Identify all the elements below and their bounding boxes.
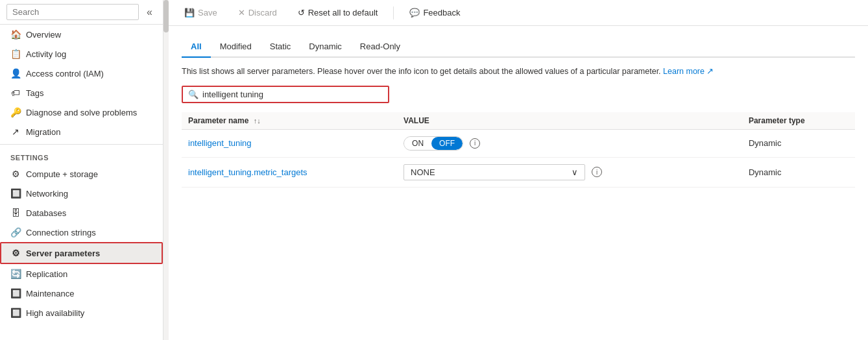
sidebar-item-label: Connection strings bbox=[26, 228, 96, 237]
sidebar-item-activity-log[interactable]: 📋 Activity log bbox=[0, 44, 163, 64]
sidebar-item-label: High availability bbox=[26, 308, 84, 318]
param-dropdown[interactable]: NONE ∨ bbox=[404, 164, 585, 180]
sort-icon[interactable]: ↑↓ bbox=[254, 117, 261, 125]
sidebar-item-networking[interactable]: 🔲 Networking bbox=[0, 184, 163, 203]
sidebar-item-label: Migration bbox=[26, 127, 60, 137]
sidebar-item-high-availability[interactable]: 🔲 High availability bbox=[0, 303, 163, 322]
chevron-down-icon: ∨ bbox=[572, 167, 578, 177]
compute-storage-icon: ⚙ bbox=[10, 169, 21, 179]
access-control-icon: 👤 bbox=[10, 68, 21, 79]
sidebar-nav-top: 🏠 Overview 📋 Activity log 👤 Access contr… bbox=[0, 25, 163, 141]
sidebar-item-server-parameters[interactable]: ⚙ Server parameters bbox=[0, 242, 163, 264]
tab-all[interactable]: All bbox=[182, 36, 211, 58]
diagnose-icon: 🔑 bbox=[10, 107, 21, 117]
tabs-container: All Modified Static Dynamic Read-Only bbox=[182, 36, 855, 58]
sidebar-item-label: Diagnose and solve problems bbox=[26, 108, 137, 117]
sidebar-nav-settings: ⚙ Compute + storage 🔲 Networking 🗄 Datab… bbox=[0, 164, 163, 322]
sidebar-item-label: Maintenance bbox=[26, 289, 74, 298]
feedback-button[interactable]: 💬 Feedback bbox=[404, 5, 465, 20]
sidebar-item-label: Networking bbox=[26, 189, 68, 199]
learn-more-link[interactable]: Learn more ↗ bbox=[663, 67, 714, 76]
sidebar-item-compute-storage[interactable]: ⚙ Compute + storage bbox=[0, 164, 163, 184]
sidebar-item-tags[interactable]: 🏷 Tags bbox=[0, 83, 163, 103]
discard-button[interactable]: ✕ Discard bbox=[233, 5, 282, 20]
param-type-row1: Dynamic bbox=[742, 129, 855, 157]
main-content: 💾 Save ✕ Discard ↺ Reset all to default … bbox=[169, 0, 868, 340]
sidebar-item-connection-strings[interactable]: 🔗 Connection strings bbox=[0, 223, 163, 242]
param-search-input[interactable] bbox=[202, 90, 383, 99]
reset-button[interactable]: ↺ Reset all to default bbox=[293, 5, 383, 20]
discard-icon: ✕ bbox=[238, 8, 245, 18]
info-text: This list shows all server parameters. P… bbox=[182, 66, 855, 78]
tags-icon: 🏷 bbox=[10, 88, 21, 98]
dropdown-value: NONE bbox=[411, 167, 435, 177]
discard-label: Discard bbox=[248, 8, 277, 18]
sidebar-item-maintenance[interactable]: 🔲 Maintenance bbox=[0, 284, 163, 303]
tab-static[interactable]: Static bbox=[261, 36, 300, 58]
tab-read-only[interactable]: Read-Only bbox=[351, 36, 409, 58]
toggle-on[interactable]: ON bbox=[404, 137, 431, 150]
overview-icon: 🏠 bbox=[10, 29, 21, 40]
toolbar-divider bbox=[393, 6, 394, 19]
sidebar-item-diagnose[interactable]: 🔑 Diagnose and solve problems bbox=[0, 103, 163, 122]
content-area: All Modified Static Dynamic Read-Only Th… bbox=[169, 26, 868, 340]
col-param-name: Parameter name ↑↓ bbox=[182, 112, 397, 130]
sidebar-item-label: Tags bbox=[26, 88, 43, 98]
tab-modified[interactable]: Modified bbox=[211, 36, 261, 58]
sidebar-item-overview[interactable]: 🏠 Overview bbox=[0, 25, 163, 44]
networking-icon: 🔲 bbox=[10, 188, 21, 199]
sidebar-scrollbar-track bbox=[163, 0, 169, 340]
sidebar-item-label: Activity log bbox=[26, 49, 66, 59]
high-availability-icon: 🔲 bbox=[10, 308, 21, 318]
sidebar-search-container: « bbox=[0, 0, 163, 25]
sidebar-item-label: Overview bbox=[26, 30, 61, 40]
param-search-container[interactable]: 🔍 bbox=[182, 86, 389, 103]
reset-icon: ↺ bbox=[298, 8, 305, 18]
feedback-label: Feedback bbox=[423, 8, 460, 18]
sidebar-item-migration[interactable]: ↗ Migration bbox=[0, 122, 163, 141]
save-label: Save bbox=[198, 8, 217, 18]
sidebar-item-databases[interactable]: 🗄 Databases bbox=[0, 203, 163, 223]
reset-label: Reset all to default bbox=[308, 8, 378, 18]
maintenance-icon: 🔲 bbox=[10, 288, 21, 298]
toggle-on-off[interactable]: ON OFF bbox=[404, 136, 463, 151]
tab-dynamic[interactable]: Dynamic bbox=[300, 36, 351, 58]
table-row: intelligent_tuning.metric_targets NONE ∨… bbox=[182, 157, 855, 187]
param-name-link-1[interactable]: intelligent_tuning bbox=[188, 138, 252, 148]
search-input[interactable] bbox=[6, 4, 139, 20]
info-icon-row2[interactable]: i bbox=[592, 167, 602, 177]
param-table: Parameter name ↑↓ VALUE Parameter type i… bbox=[182, 112, 855, 188]
sidebar-scrollbar-thumb[interactable] bbox=[163, 0, 169, 32]
sidebar-item-label: Compute + storage bbox=[26, 169, 98, 179]
migration-icon: ↗ bbox=[10, 127, 21, 137]
info-icon-row1[interactable]: i bbox=[470, 138, 480, 149]
activity-log-icon: 📋 bbox=[10, 49, 21, 59]
sidebar-collapse-button[interactable]: « bbox=[143, 5, 156, 19]
toolbar: 💾 Save ✕ Discard ↺ Reset all to default … bbox=[169, 0, 868, 26]
settings-section-header: Settings bbox=[0, 147, 163, 164]
param-type-row2: Dynamic bbox=[742, 157, 855, 187]
col-value: VALUE bbox=[397, 112, 742, 130]
server-parameters-icon: ⚙ bbox=[10, 248, 21, 258]
param-name-link-2[interactable]: intelligent_tuning.metric_targets bbox=[188, 167, 307, 177]
col-param-type: Parameter type bbox=[742, 112, 855, 130]
databases-icon: 🗄 bbox=[10, 208, 21, 218]
save-icon: 💾 bbox=[184, 8, 195, 18]
connection-strings-icon: 🔗 bbox=[10, 227, 21, 237]
table-row: intelligent_tuning ON OFF i Dynamic bbox=[182, 129, 855, 157]
save-button[interactable]: 💾 Save bbox=[179, 5, 223, 20]
sidebar-item-replication[interactable]: 🔄 Replication bbox=[0, 264, 163, 284]
feedback-icon: 💬 bbox=[409, 8, 420, 18]
toggle-off[interactable]: OFF bbox=[431, 137, 463, 150]
param-search-icon: 🔍 bbox=[188, 90, 199, 99]
sidebar-item-label: Access control (IAM) bbox=[26, 69, 104, 79]
sidebar-item-access-control[interactable]: 👤 Access control (IAM) bbox=[0, 64, 163, 83]
replication-icon: 🔄 bbox=[10, 269, 21, 279]
sidebar: « 🏠 Overview 📋 Activity log 👤 Access con… bbox=[0, 0, 163, 340]
sidebar-divider bbox=[0, 144, 163, 145]
sidebar-item-label: Databases bbox=[26, 208, 66, 218]
sidebar-item-label: Replication bbox=[26, 269, 67, 279]
sidebar-item-label: Server parameters bbox=[26, 249, 100, 258]
